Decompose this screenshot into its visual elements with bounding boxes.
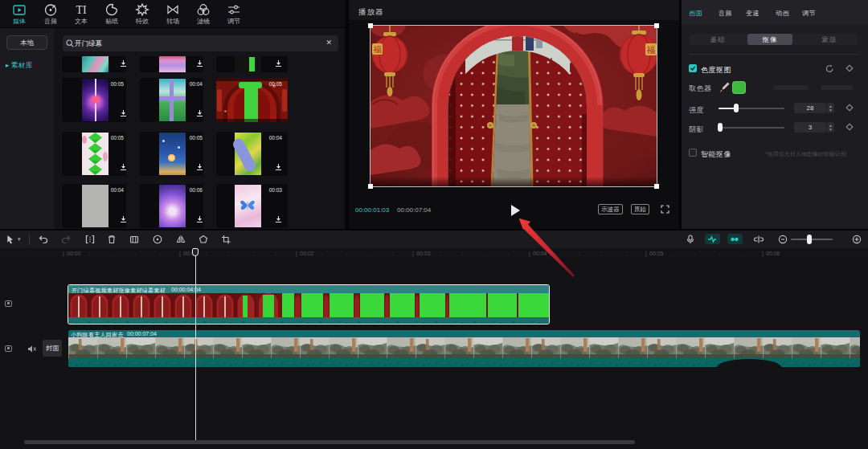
- svg-text:福: 福: [374, 45, 382, 54]
- svg-text:福: 福: [647, 45, 656, 55]
- svg-text:TI: TI: [76, 4, 87, 16]
